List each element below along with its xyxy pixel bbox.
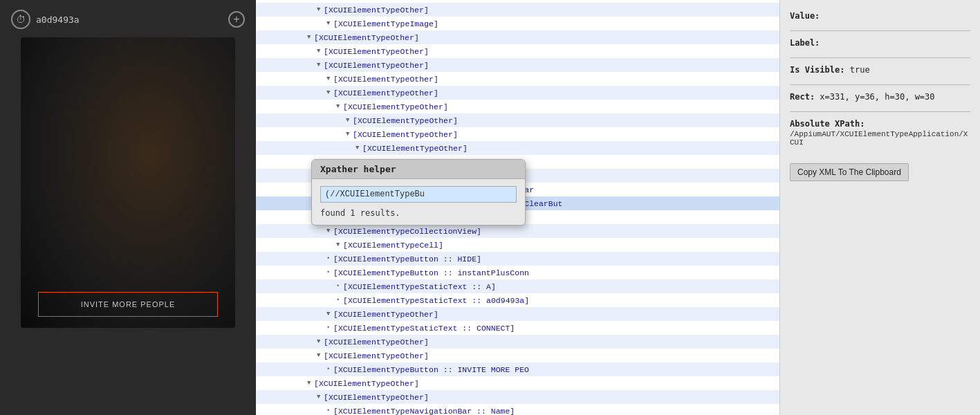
tree-label: [XCUIElementTypeOther]	[324, 338, 429, 347]
xpather-input[interactable]	[320, 186, 517, 203]
tree-row[interactable]: • [XCUIElementTypeButton :: INVITE MORE …	[256, 362, 779, 376]
tree-row[interactable]: ▼ [XCUIElementTypeOther]	[256, 349, 779, 362]
tree-row[interactable]: ▼ [XCUIElementTypeOther]	[256, 30, 779, 44]
tree-arrow: •	[326, 255, 333, 262]
tree-label: [XCUIElementTypeOther]	[314, 379, 419, 388]
tree-row[interactable]: • [XCUIElementTypeNavigationBar :: Name]	[256, 404, 779, 415]
value-property: Value:	[790, 11, 970, 21]
tree-label: [XCUIElementTypeOther]	[333, 310, 438, 319]
tree-label: [XCUIElementTypeOther]	[333, 75, 438, 84]
tree-row[interactable]: ▼ [XCUIElementTypeImage]	[256, 17, 779, 30]
tree-row[interactable]: ▼ [XCUIElementTypeOther]	[256, 44, 779, 58]
tree-label: [XCUIElementTypeStaticText :: a0d9493a]	[343, 296, 529, 305]
tree-label: [XCUIElementTypeNavigationBar :: Name]	[333, 407, 515, 416]
right-panel: Value: Label: Is Visible: true Rect: x=3…	[779, 0, 980, 415]
absolute-xpath-property: Absolute XPath: /AppiumAUT/XCUIElementTy…	[790, 119, 970, 147]
is-visible-label: Is Visible:	[790, 65, 850, 75]
tree-arrow: •	[326, 366, 333, 373]
tree-row[interactable]: ▼ [XCUIElementTypeOther]	[256, 113, 779, 127]
divider-4	[790, 111, 970, 112]
tree-label: [XCUIElementTypeCell]	[343, 241, 443, 250]
tree-arrow: ▼	[317, 62, 324, 68]
tree-arrow: ▼	[326, 20, 333, 27]
tree-label: [XCUIElementTypeOther]	[333, 89, 438, 98]
tree-label: [XCUIElementTypeOther]	[324, 393, 429, 402]
tree-arrow: •	[336, 297, 343, 304]
tree-row[interactable]: ▼ [XCUIElementTypeOther]	[256, 335, 779, 349]
tree-row[interactable]: ▼ [XCUIElementTypeOther]	[256, 100, 779, 113]
tree-row[interactable]: • [XCUIElementTypeButton :: HIDE]	[256, 252, 779, 266]
tree-arrow: ▼	[317, 394, 324, 400]
device-screen: INVITE MORE PEOPLE	[21, 37, 235, 328]
rect-property: Rect: x=331, y=36, h=30, w=30	[790, 92, 970, 102]
tree-arrow: •	[326, 269, 333, 276]
absolute-xpath-label: Absolute XPath:	[790, 119, 865, 129]
tree-label: [XCUIElementTypeButton :: HIDE]	[333, 255, 481, 264]
tree-arrow: ▼	[346, 117, 353, 124]
tree-row[interactable]: ▼ [XCUIElementTypeOther]	[256, 72, 779, 86]
tree-label: [XCUIElementTypeButton :: instantPlusCon…	[333, 268, 529, 277]
tree-label: [XCUIElementTypeOther]	[343, 102, 448, 111]
add-device-button[interactable]: +	[228, 11, 245, 28]
rect-value: x=331, y=36, h=30, w=30	[820, 92, 934, 102]
xpather-result: found 1 results.	[320, 208, 517, 218]
tree-label: [XCUIElementTypeOther]	[362, 144, 468, 153]
absolute-xpath-value: /AppiumAUT/XCUIElementTypeApplication/XC…	[790, 130, 970, 147]
device-name: a0d9493a	[36, 15, 223, 25]
tree-row[interactable]: ▼ [XCUIElementTypeOther]	[256, 390, 779, 404]
tree-label: [XCUIElementTypeStaticText :: CONNECT]	[333, 324, 515, 333]
tree-row[interactable]: • [XCUIElementTypeStaticText :: a0d9493a…	[256, 293, 779, 307]
tree-arrow: ▼	[326, 311, 333, 317]
middle-panel: ▼ [XCUIElementTypeOther]▼ [XCUIElementTy…	[256, 0, 779, 415]
tree-label: [XCUIElementTypeOther]	[353, 130, 458, 139]
tree-arrow: •	[336, 283, 343, 290]
tree-arrow: ▼	[307, 380, 314, 387]
left-panel: ⏱ a0d9493a + INVITE MORE PEOPLE	[0, 0, 256, 415]
tree-row[interactable]: ▼ [XCUIElementTypeOther]	[256, 141, 779, 155]
tree-label: [XCUIElementTypeOther]	[324, 351, 429, 360]
divider-1	[790, 30, 970, 31]
tree-label: [XCUIElementTypeImage]	[333, 19, 438, 28]
copy-xml-button[interactable]: Copy XML To The Clipboard	[790, 163, 909, 181]
tree-row[interactable]: ▼ [XCUIElementTypeOther]	[256, 127, 779, 141]
tree-row[interactable]: ▼ [XCUIElementTypeCell]	[256, 238, 779, 252]
tree-arrow: ▼	[326, 89, 333, 96]
tree-label: [XCUIElementTypeButton :: INVITE MORE PE…	[333, 365, 529, 374]
tree-arrow: •	[326, 324, 333, 331]
device-header: ⏱ a0d9493a +	[7, 7, 249, 32]
tree-label: [XCUIElementTypeOther]	[324, 6, 429, 15]
tree-row[interactable]: ▼ [XCUIElementTypeCollectionView]	[256, 224, 779, 238]
tree-arrow: ▼	[355, 145, 362, 151]
tree-row[interactable]: ▼ [XCUIElementTypeOther]	[256, 3, 779, 17]
tree-row[interactable]: ▼ [XCUIElementTypeOther]	[256, 307, 779, 321]
tree-arrow: •	[326, 407, 333, 414]
tree-arrow: ▼	[317, 6, 324, 13]
label-label: Label:	[790, 38, 820, 48]
rect-label: Rect:	[790, 92, 820, 102]
value-label: Value:	[790, 11, 820, 21]
divider-2	[790, 57, 970, 58]
xpather-body: found 1 results.	[312, 179, 525, 225]
tree-arrow: ▼	[317, 48, 324, 55]
tree-row[interactable]: • [XCUIElementTypeButton :: instantPlusC…	[256, 266, 779, 279]
tree-label: [XCUIElementTypeOther]	[324, 47, 429, 56]
xpather-title: Xpather helper	[312, 160, 525, 179]
tree-arrow: ▼	[326, 228, 333, 234]
invite-more-people-button[interactable]: INVITE MORE PEOPLE	[38, 292, 218, 317]
tree-label: [XCUIElementTypeOther]	[353, 116, 458, 125]
tree-row[interactable]: ▼ [XCUIElementTypeOther]	[256, 58, 779, 72]
tree-arrow: ▼	[317, 338, 324, 345]
tree-row[interactable]: • [XCUIElementTypeStaticText :: A]	[256, 279, 779, 293]
tree-row[interactable]: • [XCUIElementTypeStaticText :: CONNECT]	[256, 321, 779, 335]
xpather-helper-popup: Xpather helper found 1 results.	[311, 159, 526, 225]
tree-row[interactable]: ▼ [XCUIElementTypeOther]	[256, 376, 779, 390]
tree-arrow: ▼	[336, 241, 343, 248]
divider-3	[790, 84, 970, 85]
tree-arrow: ▼	[336, 103, 343, 110]
is-visible-property: Is Visible: true	[790, 65, 970, 75]
tree-row[interactable]: ▼ [XCUIElementTypeOther]	[256, 86, 779, 100]
device-icon: ⏱	[11, 10, 30, 29]
tree-label: [XCUIElementTypeOther]	[314, 33, 419, 42]
is-visible-value: true	[850, 65, 870, 75]
tree-arrow: ▼	[326, 75, 333, 82]
